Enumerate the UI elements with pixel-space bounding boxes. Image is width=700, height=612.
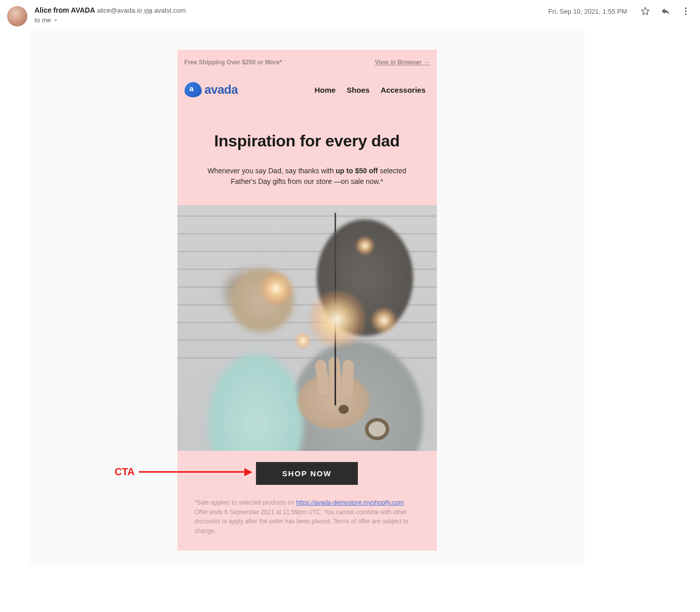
via-label: via <box>144 7 153 14</box>
spark <box>294 332 312 350</box>
sender-email: alice@avada.io <box>97 7 142 14</box>
annotation-label: CTA <box>115 466 135 478</box>
hero-subtext: Whenever you say Dad, say thanks with up… <box>177 150 437 205</box>
svg-point-2 <box>685 13 686 15</box>
via-domain: avalst.com <box>154 7 186 14</box>
sender-name: Alice from AVADA <box>34 6 95 14</box>
fine-link[interactable]: https://avada-demostore.myshopify.com <box>296 499 403 506</box>
ring <box>339 405 349 414</box>
timestamp: Fri, Sep 10, 2021, 1:55 PM <box>548 8 627 15</box>
sender-block: Alice from AVADA alice@avada.io via aval… <box>7 6 186 26</box>
nav-accessories[interactable]: Accessories <box>381 86 425 94</box>
avatar[interactable] <box>7 6 27 26</box>
gmail-header: Alice from AVADA alice@avada.io via aval… <box>0 0 700 29</box>
spark <box>259 271 294 307</box>
annotation-cta: CTA <box>115 466 252 478</box>
fine-pre: *Sale applies to selected products on <box>195 499 297 506</box>
recipient-line[interactable]: to me <box>34 16 186 24</box>
shop-now-button[interactable]: SHOP NOW <box>256 462 358 485</box>
hero-sub-pre: Whenever you say Dad, say thanks with <box>207 167 336 175</box>
spark <box>370 307 398 334</box>
reply-icon[interactable] <box>660 6 671 16</box>
view-in-browser-link[interactable]: View in Browser → <box>375 59 430 66</box>
email-nav: avada Home Shoes Accessories <box>177 75 437 102</box>
logo-text: avada <box>205 83 238 97</box>
finger <box>341 359 354 397</box>
annotation-arrowhead <box>244 468 252 476</box>
svg-point-0 <box>685 8 686 9</box>
chevron-down-icon <box>53 17 59 23</box>
nav-shoes[interactable]: Shoes <box>347 86 370 94</box>
svg-point-1 <box>685 10 686 12</box>
nav-home[interactable]: Home <box>314 86 336 94</box>
logo-icon <box>185 82 202 97</box>
nav-links: Home Shoes Accessories <box>314 86 425 94</box>
hero-title: Inspiration for every dad <box>177 102 437 150</box>
fineprint: *Sale applies to selected products on ht… <box>177 493 437 551</box>
watch <box>365 418 389 440</box>
email-topbar: Free Shipping Over $250 or More* View in… <box>177 50 437 75</box>
star-icon[interactable] <box>640 6 650 16</box>
brand-logo[interactable]: avada <box>185 82 238 97</box>
annotation-line <box>139 471 244 473</box>
spark <box>355 236 375 256</box>
sender-line: Alice from AVADA alice@avada.io via aval… <box>34 6 186 14</box>
shipping-text: Free Shipping Over $250 or More* <box>185 59 282 66</box>
hero-sub-bold: up to $50 off <box>336 167 378 175</box>
spark <box>307 289 367 350</box>
to-label: to me <box>34 16 51 24</box>
more-icon[interactable] <box>681 6 691 16</box>
gmail-actions: Fri, Sep 10, 2021, 1:55 PM <box>548 6 691 16</box>
email-viewport: Free Shipping Over $250 or More* View in… <box>29 29 584 565</box>
hero-image <box>177 205 437 451</box>
